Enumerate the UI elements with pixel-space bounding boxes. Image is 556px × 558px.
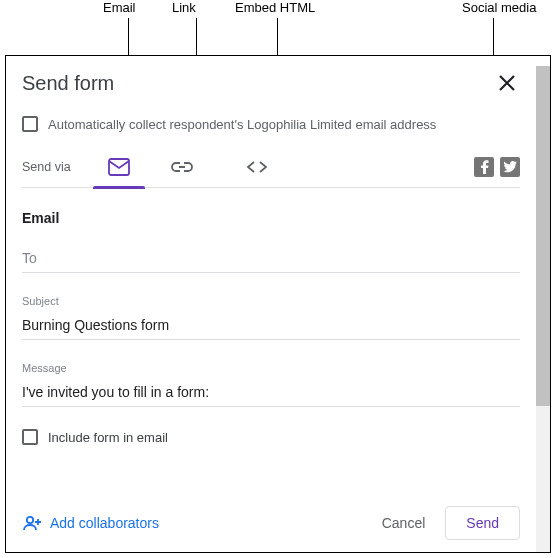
tab-link[interactable] <box>147 146 217 188</box>
link-icon <box>171 161 193 173</box>
facebook-button[interactable] <box>474 157 494 177</box>
include-form-row: Include form in email <box>22 429 520 445</box>
message-input[interactable] <box>22 378 520 407</box>
add-collaborators-button[interactable]: Add collaborators <box>22 515 159 531</box>
send-button[interactable]: Send <box>445 506 520 540</box>
send-form-dialog: Send form Automatically collect responde… <box>5 55 551 553</box>
tab-email[interactable] <box>91 146 147 188</box>
embed-icon <box>246 160 268 174</box>
annotation-email-label: Email <box>103 0 136 15</box>
email-icon <box>108 158 130 176</box>
auto-collect-row: Automatically collect respondent's Logop… <box>22 106 520 146</box>
svg-point-1 <box>27 517 33 523</box>
twitter-button[interactable] <box>500 157 520 177</box>
twitter-icon <box>503 161 517 173</box>
annotation-embed-label: Embed HTML <box>235 0 315 15</box>
annotation-social-label: Social media <box>462 0 536 15</box>
include-form-label: Include form in email <box>48 430 168 445</box>
close-icon <box>498 74 516 92</box>
auto-collect-checkbox[interactable] <box>22 116 38 132</box>
add-collaborators-label: Add collaborators <box>50 515 159 531</box>
facebook-icon <box>480 160 489 174</box>
to-input[interactable] <box>22 244 520 273</box>
annotation-link-label: Link <box>172 0 196 15</box>
social-group <box>474 157 520 177</box>
dialog-title: Send form <box>22 72 114 95</box>
close-button[interactable] <box>494 70 520 96</box>
cancel-button[interactable]: Cancel <box>362 507 446 539</box>
message-label: Message <box>22 362 520 374</box>
subject-input[interactable] <box>22 311 520 340</box>
send-via-label: Send via <box>22 160 71 174</box>
subject-label: Subject <box>22 295 520 307</box>
tab-embed[interactable] <box>217 146 297 188</box>
email-section-title: Email <box>22 188 520 244</box>
include-form-checkbox[interactable] <box>22 429 38 445</box>
auto-collect-label: Automatically collect respondent's Logop… <box>48 117 436 132</box>
add-person-icon <box>22 515 42 531</box>
